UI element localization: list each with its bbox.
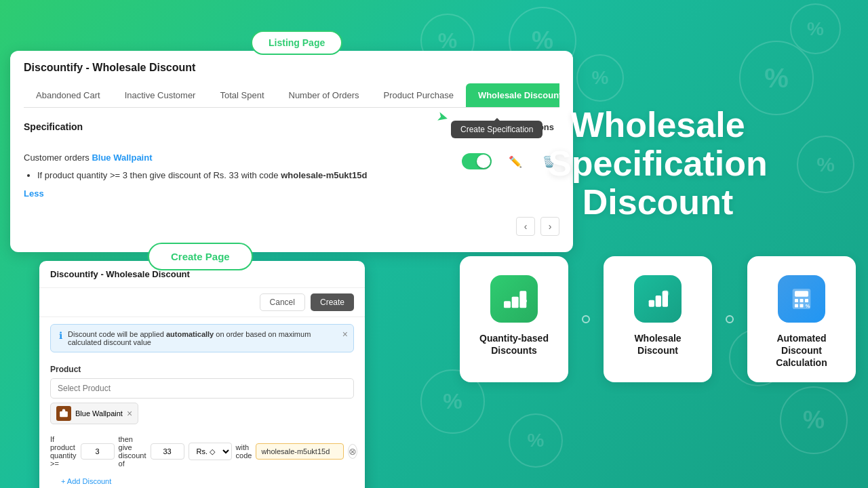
listing-page-label: Listing Page [269, 37, 325, 48]
create-card: Discountify - Wholesale Discount Cancel … [39, 261, 365, 488]
svg-rect-13 [800, 299, 804, 302]
svg-rect-6 [656, 296, 661, 307]
product-image [56, 406, 71, 421]
product-section: Product Blue Wallpaint × [39, 359, 365, 430]
tab-total-spent[interactable]: Total Spent [208, 83, 276, 107]
tab-abandoned-cart[interactable]: Abandoned Cart [24, 83, 113, 107]
automated-icon-wrap: % [778, 275, 825, 323]
remove-rule-button[interactable]: ⊗ [348, 444, 357, 459]
product-link[interactable]: Blue Wallpaint [92, 152, 152, 163]
create-card-title: Discountify - Wholesale Discount [50, 269, 354, 279]
tab-inactive-customer[interactable]: Inactive Customer [113, 83, 208, 107]
customer-orders-text: Customer orders [24, 152, 92, 163]
less-link[interactable]: Less [24, 187, 448, 201]
amount-input[interactable] [151, 443, 184, 460]
svg-rect-0 [60, 411, 68, 417]
discount-rule-row: If product quantity >= then give discoun… [39, 430, 365, 473]
info-bold: automatically [166, 330, 214, 338]
product-tag-label: Blue Wallpaint [75, 409, 123, 418]
svg-rect-5 [649, 300, 654, 306]
quantity-feature-label: Quantity-basedDiscounts [479, 332, 549, 357]
create-spec-tooltip: Create Specification [451, 121, 542, 138]
svg-text:%: % [522, 297, 528, 304]
right-panel-title: Wholesale Specification Discount [548, 106, 768, 222]
feature-card-automated: % Automated DiscountCalculation [747, 256, 856, 383]
svg-rect-11 [795, 291, 808, 296]
create-page-button[interactable]: Create Page [148, 243, 253, 270]
quantity-icon-wrap: % [490, 275, 538, 323]
quantity-icon: % [500, 285, 528, 312]
create-card-top-actions: Cancel Create [39, 288, 365, 317]
svg-rect-1 [504, 301, 511, 308]
spec-row-content: Customer orders Blue Wallpaint If produc… [24, 151, 448, 201]
svg-rect-2 [512, 296, 519, 308]
svg-rect-14 [805, 299, 808, 302]
svg-text:%: % [664, 291, 668, 296]
info-close-button[interactable]: × [342, 329, 348, 340]
add-discount-button[interactable]: + Add Discount [50, 473, 122, 488]
listing-page-tab[interactable]: Listing Page [251, 30, 342, 55]
currency-select[interactable]: Rs. ◇ [189, 443, 232, 460]
code-input[interactable] [256, 443, 344, 460]
product-tag-remove-button[interactable]: × [127, 408, 132, 419]
feature-card-wholesale: % WholesaleDiscount [604, 256, 712, 383]
spec-section-title: Specification [24, 121, 83, 132]
svg-text:%: % [806, 303, 810, 309]
right-panel: Wholesale Specification Discount % Quant… [448, 0, 868, 488]
condition-text: If product quantity >= 3 then give disco… [37, 169, 448, 182]
info-banner: ℹ Discount code will be applied automati… [50, 324, 354, 352]
calculator-icon: % [788, 285, 815, 312]
connector-2 [726, 315, 734, 323]
features-row: % Quantity-basedDiscounts % WholesaleDis… [460, 256, 856, 383]
product-label: Product [50, 365, 354, 374]
rule-prefix: If product quantity >= [50, 435, 77, 468]
feature-card-quantity: % Quantity-basedDiscounts [460, 256, 568, 383]
product-tag: Blue Wallpaint × [50, 403, 138, 424]
top-cancel-button[interactable]: Cancel [260, 293, 305, 311]
svg-rect-12 [795, 299, 798, 302]
tab-number-of-orders[interactable]: Number of Orders [277, 83, 372, 107]
svg-rect-16 [800, 304, 804, 307]
rule-then-text: then give discount of [119, 435, 146, 468]
connector-1 [582, 315, 590, 323]
top-create-button[interactable]: Create [311, 293, 354, 311]
wholesale-feature-label: WholesaleDiscount [634, 332, 681, 357]
quantity-input[interactable] [81, 443, 115, 460]
svg-rect-15 [795, 304, 798, 307]
wholesale-icon: % [644, 285, 671, 312]
wholesale-icon-wrap: % [634, 275, 682, 323]
rule-with-code-text: with code [236, 443, 252, 460]
info-text: Discount code will be applied [68, 330, 166, 338]
info-icon: ℹ [59, 330, 62, 341]
product-input[interactable] [50, 378, 354, 399]
automated-feature-label: Automated DiscountCalculation [761, 332, 842, 369]
